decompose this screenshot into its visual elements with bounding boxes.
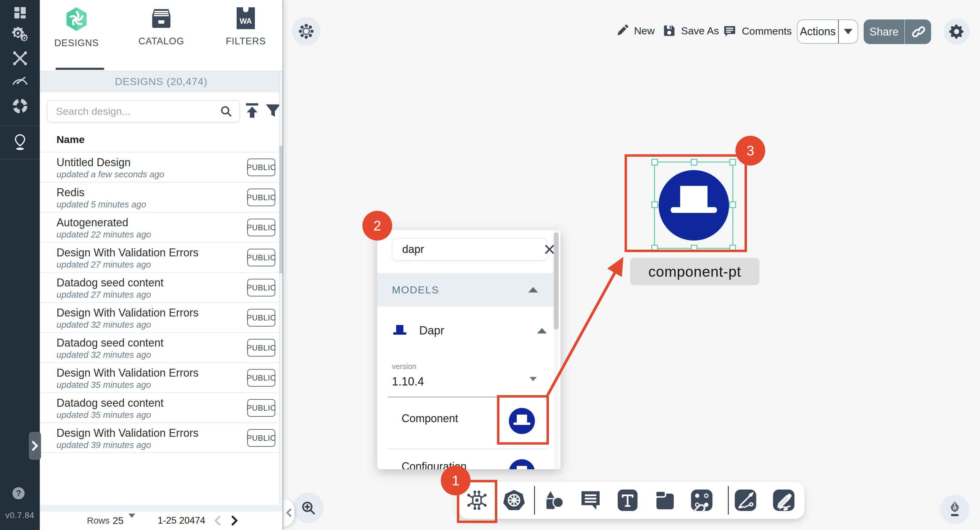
zoom-button[interactable]: [293, 493, 323, 523]
new-design-label: New: [634, 25, 655, 37]
design-updated: updated 35 minutes ago: [57, 410, 151, 420]
design-list-scrollbar[interactable]: [279, 72, 283, 505]
sidebar-expand-handle[interactable]: [29, 432, 41, 460]
tab-designs[interactable]: DESIGNS: [43, 6, 110, 70]
previous-page-icon[interactable]: [213, 515, 221, 526]
app-version: v0.7.84: [0, 511, 40, 520]
help-label: ?: [16, 489, 21, 498]
comments-label: Comments: [742, 25, 792, 37]
cluster-dots-icon: [298, 23, 314, 40]
meshery-designs-logo-icon: [65, 6, 88, 32]
shapes-tool-icon[interactable]: [542, 489, 565, 512]
kanvas-pin-icon[interactable]: [13, 134, 27, 151]
lifecycle-gears-icon[interactable]: [12, 27, 28, 43]
comments-bubble-icon: [722, 24, 737, 38]
version-caret-icon[interactable]: [530, 381, 537, 387]
design-list-item[interactable]: Design With Validation Errors updated 35…: [40, 362, 280, 392]
design-name: Redis: [57, 186, 84, 199]
dashboard-icon[interactable]: [13, 5, 28, 20]
design-visibility-badge: PUBLIC: [247, 429, 275, 447]
design-visibility-badge: PUBLIC: [247, 159, 275, 176]
version-select[interactable]: 1.10.4: [392, 375, 424, 388]
annotation-step-1: 1: [441, 466, 471, 495]
list-divider: [40, 452, 280, 453]
tab-catalog[interactable]: CATALOG: [128, 6, 195, 70]
rows-per-page-select[interactable]: 25: [113, 515, 124, 526]
design-updated: updated 22 minutes ago: [57, 230, 151, 240]
settings-button[interactable]: [943, 19, 970, 45]
search-icon[interactable]: [220, 105, 233, 118]
rows-per-page-caret-icon[interactable]: [129, 518, 135, 523]
model-row-dapr[interactable]: Dapr: [392, 324, 547, 337]
panel-gap-strip: [40, 505, 283, 511]
collapse-model-icon[interactable]: [537, 328, 547, 334]
design-list-scrollbar-thumb[interactable]: [279, 146, 283, 273]
component-node-label[interactable]: component-pt: [630, 258, 759, 285]
configuration-drag-icon[interactable]: [509, 459, 535, 469]
new-design-button[interactable]: New: [615, 24, 655, 38]
pen-nib-icon: [947, 501, 963, 518]
text-tool-icon[interactable]: [617, 489, 638, 512]
model-panel-scrollbar-thumb[interactable]: [554, 232, 558, 329]
dock-divider: [728, 486, 729, 514]
pen-arrow-tool-icon[interactable]: [734, 489, 757, 512]
cluster-view-button[interactable]: [292, 17, 320, 46]
actions-button[interactable]: Actions: [797, 19, 858, 44]
next-page-icon[interactable]: [231, 515, 239, 526]
annotation-box-panel-icon: [497, 395, 549, 445]
design-list-item[interactable]: Untitled Design updated a few seconds ag…: [40, 152, 280, 182]
actions-dropdown-caret-icon[interactable]: [839, 29, 858, 34]
note-tool-icon[interactable]: [653, 489, 676, 512]
save-as-button[interactable]: Save As: [662, 24, 719, 38]
collapse-section-icon[interactable]: [528, 287, 538, 293]
zoom-in-magnifier-icon: [300, 500, 317, 516]
model-search-box: [392, 238, 547, 261]
kubernetes-tool-icon[interactable]: [503, 489, 525, 511]
performance-speedometer-icon[interactable]: [11, 75, 29, 87]
extensions-icon[interactable]: [12, 98, 28, 114]
design-updated: updated 39 minutes ago: [57, 440, 151, 450]
design-search-box: [47, 100, 240, 123]
design-list-item[interactable]: Autogenerated updated 22 minutes ago PUB…: [40, 212, 280, 242]
tab-filters-label: FILTERS: [226, 36, 266, 47]
tab-filters[interactable]: WA FILTERS: [212, 6, 279, 70]
upload-design-icon[interactable]: [245, 102, 260, 119]
pagination-bar: Rows 25 1-25 20474: [40, 511, 283, 529]
design-search-input[interactable]: [48, 105, 220, 117]
chevron-left-icon: [286, 508, 292, 517]
pagination-range: 1-25 20474: [158, 515, 205, 526]
design-list-item[interactable]: Redis updated 5 minutes ago PUBLIC: [40, 182, 280, 212]
design-visibility-badge: PUBLIC: [247, 219, 275, 236]
design-name: Design With Validation Errors: [57, 367, 199, 379]
design-list-item[interactable]: Datadog seed content updated 35 minutes …: [40, 392, 280, 422]
design-list-item[interactable]: Design With Validation Errors updated 39…: [40, 422, 280, 452]
design-list-item[interactable]: Design With Validation Errors updated 32…: [40, 302, 280, 332]
design-visibility-badge: PUBLIC: [247, 399, 275, 417]
wasm-filters-icon: WA: [235, 6, 257, 30]
designs-panel: DESIGNS CATALOG WA FILTERS DESIGNS (20,4…: [40, 0, 283, 530]
share-button[interactable]: Share: [864, 19, 931, 44]
tab-catalog-label: CATALOG: [138, 36, 185, 47]
svg-text:WA: WA: [240, 17, 252, 25]
design-updated: updated 5 minutes ago: [57, 199, 146, 210]
comments-button[interactable]: Comments: [722, 24, 792, 38]
filter-funnel-icon[interactable]: [265, 102, 281, 119]
design-list-item[interactable]: Datadog seed content updated 27 minutes …: [40, 272, 280, 302]
item-divider: [388, 449, 547, 449]
link-tool-icon[interactable]: [690, 489, 713, 512]
panel-collapse-handle[interactable]: [283, 499, 294, 527]
design-list-item[interactable]: Datadog seed content updated 32 minutes …: [40, 332, 280, 362]
annotation-step-3: 3: [735, 136, 765, 166]
copy-link-icon[interactable]: [905, 24, 931, 40]
model-search-input[interactable]: [393, 243, 544, 256]
comment-tool-icon[interactable]: [579, 489, 602, 512]
rows-label: Rows: [87, 516, 110, 526]
actions-label: Actions: [797, 25, 838, 38]
design-name: Autogenerated: [57, 216, 128, 229]
models-section-header[interactable]: MODELS: [377, 273, 555, 306]
configuration-tools-icon[interactable]: [12, 50, 28, 67]
design-mode-button[interactable]: [940, 495, 969, 524]
design-list-item[interactable]: Design With Validation Errors updated 27…: [40, 242, 280, 272]
help-button[interactable]: ?: [13, 487, 25, 499]
pencil-draw-tool-icon[interactable]: [772, 489, 795, 512]
